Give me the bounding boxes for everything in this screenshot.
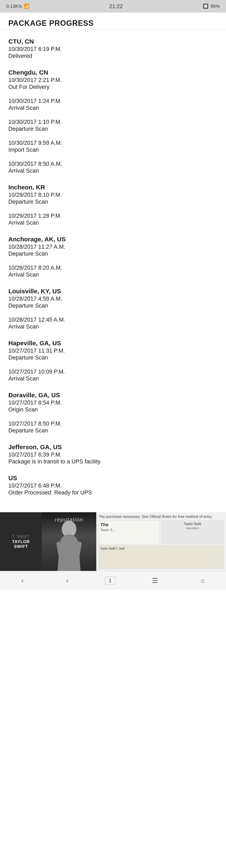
bottom-navigation: ‹ › 1 ☰ ⌂ bbox=[0, 571, 226, 590]
back-button[interactable]: ‹ bbox=[15, 577, 30, 584]
signal-strength: 0.13K/s bbox=[6, 4, 22, 9]
event-datetime: 10/27/2017 6:39 P.M. bbox=[8, 452, 218, 458]
event-location: Hapeville, GA, US bbox=[8, 340, 218, 347]
tracking-event: 10/30/2017 9:59 A.M.Import Scan bbox=[8, 136, 218, 157]
tracking-event: US10/27/2017 6:48 P.M.Order Processed: R… bbox=[8, 471, 218, 500]
page-indicator: 1 bbox=[105, 577, 115, 585]
event-type: Origin Scan bbox=[8, 406, 218, 413]
event-datetime: 10/30/2017 9:59 A.M. bbox=[8, 140, 218, 146]
event-datetime: 10/30/2017 1:24 P.M. bbox=[8, 98, 218, 104]
wifi-icon: 📶 bbox=[24, 4, 29, 9]
ad-left-panel: T. SWIFT TAYLOR SWIFT bbox=[0, 512, 42, 571]
tracking-event: Jefferson, GA, US10/27/2017 6:39 P.M.Pac… bbox=[8, 440, 218, 469]
event-datetime: 10/28/2017 8:20 A.M. bbox=[8, 265, 218, 271]
tracking-event: Anchorage, AK, US10/28/2017 11:27 A.M.De… bbox=[8, 232, 218, 261]
event-group: Louisville, KY, US10/28/2017 4:59 A.M.De… bbox=[8, 284, 218, 334]
event-group: Hapeville, GA, US10/27/2017 11:31 P.M.De… bbox=[8, 336, 218, 386]
event-location: US bbox=[8, 474, 218, 482]
event-datetime: 10/28/2017 12:45 A.M. bbox=[8, 316, 218, 323]
event-datetime: 10/27/2017 6:48 P.M. bbox=[8, 483, 218, 489]
event-location: Incheon, KR bbox=[8, 184, 218, 191]
ad-swift-label: SWIFT bbox=[14, 544, 28, 549]
ad-right-row-1: The Taylor S... Taylor Swift reputation bbox=[99, 520, 224, 544]
event-type: Departure Scan bbox=[8, 198, 218, 205]
event-location: Jefferson, GA, US bbox=[8, 443, 218, 451]
event-type: Package is in transit to a UPS facility bbox=[8, 458, 218, 465]
event-type: Departure Scan bbox=[8, 354, 218, 361]
event-type: Arrival Scan bbox=[8, 167, 218, 174]
event-type: Departure Scan bbox=[8, 251, 218, 257]
event-location: Louisville, KY, US bbox=[8, 288, 218, 295]
menu-button[interactable]: ☰ bbox=[146, 577, 164, 585]
tracking-event: Louisville, KY, US10/28/2017 4:59 A.M.De… bbox=[8, 284, 218, 313]
event-datetime: 10/30/2017 6:19 P.M. bbox=[8, 46, 218, 52]
event-location: Doraville, GA, US bbox=[8, 392, 218, 399]
ad-right-row-2: Taylor Swift T. Swif bbox=[99, 545, 224, 569]
clock: 21:22 bbox=[109, 3, 123, 10]
event-datetime: 10/27/2017 10:09 P.M. bbox=[8, 369, 218, 375]
ad-taylor-swift-card: Taylor Swift reputation bbox=[161, 520, 224, 544]
event-group: Anchorage, AK, US10/28/2017 11:27 A.M.De… bbox=[8, 232, 218, 282]
battery-icon: 🔲 bbox=[203, 4, 209, 9]
tracking-event: 10/27/2017 10:09 P.M.Arrival Scan bbox=[8, 365, 218, 386]
event-type: Arrival Scan bbox=[8, 323, 218, 330]
tracking-event: Chengdu, CN10/30/2017 2:21 P.M.Out For D… bbox=[8, 65, 218, 94]
tracking-event: 10/28/2017 12:45 A.M.Arrival Scan bbox=[8, 313, 218, 334]
tracking-content: CTU, CN10/30/2017 6:19 P.M.DeliveredChen… bbox=[0, 30, 226, 504]
event-datetime: 10/30/2017 1:10 P.M. bbox=[8, 119, 218, 125]
event-type: Departure Scan bbox=[8, 126, 218, 132]
event-type: Out For Delivery bbox=[8, 84, 218, 90]
ad-silhouette: reputation bbox=[42, 512, 96, 571]
tracking-event: Incheon, KR10/29/2017 8:10 P.M.Departure… bbox=[8, 180, 218, 209]
status-bar-right: 🔲 95% bbox=[203, 4, 220, 9]
event-type: Departure Scan bbox=[8, 427, 218, 434]
event-datetime: 10/29/2017 1:28 P.M. bbox=[8, 213, 218, 219]
battery-level: 95% bbox=[211, 4, 220, 9]
tracking-event: 10/30/2017 8:50 A.M.Arrival Scan bbox=[8, 157, 218, 178]
home-button[interactable]: ⌂ bbox=[194, 577, 211, 584]
event-type: Arrival Scan bbox=[8, 375, 218, 382]
ad-newspaper-1: The Taylor S... bbox=[99, 520, 160, 544]
event-type: Import Scan bbox=[8, 147, 218, 153]
event-type: Order Processed: Ready for UPS bbox=[8, 489, 218, 496]
tracking-event: 10/28/2017 8:20 A.M.Arrival Scan bbox=[8, 261, 218, 282]
event-group: Doraville, GA, US10/27/2017 8:54 P.M.Ori… bbox=[8, 388, 218, 438]
tracking-event: 10/27/2017 8:50 P.M.Departure Scan bbox=[8, 417, 218, 438]
tracking-event: 10/30/2017 1:10 P.M.Departure Scan bbox=[8, 115, 218, 136]
ad-right-panel: *No purchase necessary. See Official Rul… bbox=[96, 512, 226, 571]
ad-disclaimer-text: *No purchase necessary. See Official Rul… bbox=[99, 514, 224, 519]
event-datetime: 10/27/2017 11:31 P.M. bbox=[8, 348, 218, 354]
event-type: Arrival Scan bbox=[8, 220, 218, 226]
event-datetime: 10/27/2017 8:54 P.M. bbox=[8, 400, 218, 406]
ad-taylor-label: TAYLOR bbox=[12, 539, 30, 544]
page-header: PACKAGE PROGRESS bbox=[0, 12, 226, 30]
event-type: Arrival Scan bbox=[8, 105, 218, 111]
event-group: Incheon, KR10/29/2017 8:10 P.M.Departure… bbox=[8, 180, 218, 230]
status-bar: 0.13K/s 📶 21:22 🔲 95% bbox=[0, 0, 226, 12]
ad-newspaper-2: Taylor Swift T. Swif bbox=[99, 545, 224, 569]
event-datetime: 10/30/2017 8:50 A.M. bbox=[8, 161, 218, 167]
event-location: Chengdu, CN bbox=[8, 69, 218, 76]
event-type: Delivered bbox=[8, 53, 218, 59]
tracking-event: Hapeville, GA, US10/27/2017 11:31 P.M.De… bbox=[8, 336, 218, 365]
ad-banner[interactable]: T. SWIFT TAYLOR SWIFT reputation *No pur… bbox=[0, 512, 226, 571]
event-location: CTU, CN bbox=[8, 38, 218, 45]
event-datetime: 10/30/2017 2:21 P.M. bbox=[8, 77, 218, 83]
event-datetime: 10/28/2017 4:59 A.M. bbox=[8, 296, 218, 302]
event-datetime: 10/27/2017 8:50 P.M. bbox=[8, 421, 218, 427]
status-bar-left: 0.13K/s 📶 bbox=[6, 4, 29, 9]
event-type: Arrival Scan bbox=[8, 272, 218, 278]
event-location: Anchorage, AK, US bbox=[8, 236, 218, 243]
event-group: CTU, CN10/30/2017 6:19 P.M.Delivered bbox=[8, 34, 218, 63]
forward-button[interactable]: › bbox=[60, 577, 75, 584]
tracking-event: 10/29/2017 1:28 P.M.Arrival Scan bbox=[8, 209, 218, 230]
event-group: Jefferson, GA, US10/27/2017 6:39 P.M.Pac… bbox=[8, 440, 218, 469]
tracking-event: Doraville, GA, US10/27/2017 8:54 P.M.Ori… bbox=[8, 388, 218, 417]
event-group: Chengdu, CN10/30/2017 2:21 P.M.Out For D… bbox=[8, 65, 218, 178]
event-type: Departure Scan bbox=[8, 303, 218, 309]
ad-center-image: reputation bbox=[42, 512, 96, 571]
event-datetime: 10/28/2017 11:27 A.M. bbox=[8, 244, 218, 250]
page-title: PACKAGE PROGRESS bbox=[8, 19, 218, 28]
event-group: US10/27/2017 6:48 P.M.Order Processed: R… bbox=[8, 471, 218, 500]
event-datetime: 10/29/2017 8:10 P.M. bbox=[8, 192, 218, 198]
